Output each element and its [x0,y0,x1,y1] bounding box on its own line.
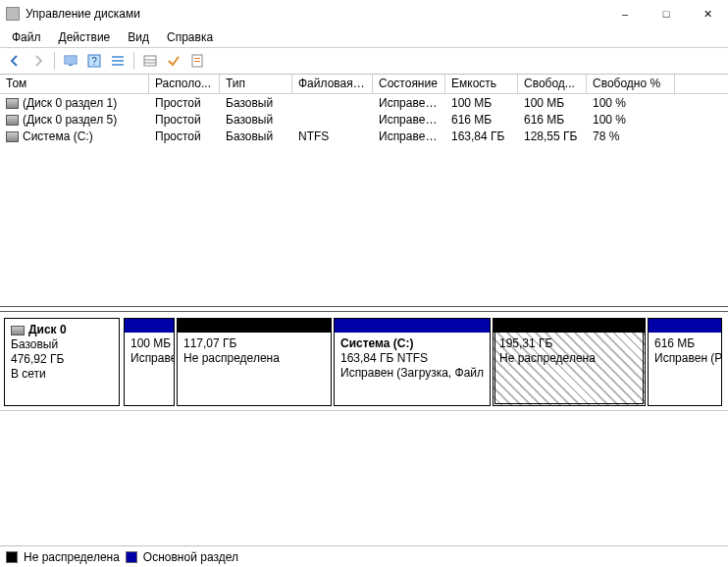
view-bottom-button[interactable] [163,50,184,72]
help-button[interactable]: ? [83,50,105,72]
volume-icon [6,115,19,126]
partition-title: Система (C:) [340,336,414,350]
back-icon [7,53,23,69]
svg-rect-12 [194,58,200,59]
volume-cell: Исправен... [373,96,445,110]
menu-help[interactable]: Справка [159,28,221,46]
volume-cell: 616 МБ [445,113,518,127]
partition[interactable]: 117,07 ГБНе распределена [177,318,332,406]
partition-status: Не распределена [183,351,280,365]
window-buttons: – □ ✕ [604,0,728,27]
volume-cell: 100 % [587,113,675,127]
legend-swatch-unallocated [6,551,18,563]
window-title: Управление дисками [26,7,604,21]
partition-size: 163,84 ГБ NTFS [340,351,428,365]
volume-list-header: Том Располо... Тип Файловая с... Состоян… [0,75,728,94]
volume-cell: NTFS [292,129,373,143]
partitions-container: 100 МБИсправе117,07 ГБНе распределенаСис… [124,318,724,406]
back-button[interactable] [4,50,26,72]
volume-cell: Система (C:) [0,129,149,143]
disk-summary[interactable]: Диск 0 Базовый 476,92 ГБ В сети [4,318,120,406]
volume-cell: Базовый [220,113,292,127]
list-icon [110,53,126,69]
monitor-icon [63,53,78,69]
col-layout[interactable]: Располо... [149,75,220,93]
volume-cell: 163,84 ГБ [445,129,518,143]
volume-row[interactable]: Система (C:)ПростойБазовыйNTFSИсправен..… [0,128,728,144]
col-type[interactable]: Тип [220,75,292,93]
col-freepct[interactable]: Свободно % [587,75,675,93]
volume-cell: 616 МБ [518,113,587,127]
svg-text:?: ? [91,56,97,67]
properties-button[interactable] [186,50,208,72]
legend-label-primary: Основной раздел [143,550,238,564]
partition-size: 195,31 ГБ [499,336,552,350]
partition[interactable]: 616 МБИсправен (Ра [648,318,722,406]
partition-header [494,319,645,333]
col-filesystem[interactable]: Файловая с... [292,75,373,93]
disk-size: 476,92 ГБ [11,352,113,367]
disk-graphical-view: Диск 0 Базовый 476,92 ГБ В сети 100 МБИс… [0,312,728,528]
volume-cell: 100 МБ [445,96,518,110]
volume-row[interactable]: (Диск 0 раздел 5)ПростойБазовыйИсправен.… [0,111,728,128]
maximize-button[interactable]: □ [646,0,687,27]
partition-status: Не распределена [499,351,596,365]
partition-header [335,319,490,333]
disk-name: Диск 0 [28,323,67,336]
volume-rows: (Диск 0 раздел 1)ПростойБазовыйИсправен.… [0,94,728,144]
partition[interactable]: 195,31 ГБНе распределена [493,318,646,406]
col-free[interactable]: Свобод... [518,75,587,93]
disk-type: Базовый [11,337,113,352]
svg-rect-13 [194,61,200,62]
disk-icon [11,326,25,335]
forward-icon [30,53,46,69]
minimize-button[interactable]: – [604,0,646,27]
volume-row[interactable]: (Диск 0 раздел 1)ПростойБазовыйИсправен.… [0,94,728,111]
volume-cell: Исправен... [373,113,445,127]
svg-rect-1 [66,57,76,63]
menu-file[interactable]: Файл [4,28,49,46]
col-capacity[interactable]: Емкость [445,75,518,93]
svg-rect-8 [144,56,156,66]
forward-button[interactable] [27,50,49,72]
partition-status: Исправе [130,351,174,365]
partition-body: 195,31 ГБНе распределена [494,333,645,405]
volume-cell: (Диск 0 раздел 1) [0,96,149,110]
legend-swatch-primary [126,551,137,563]
partition-body: 100 МБИсправе [125,333,174,405]
partition-size: 100 МБ [130,336,171,350]
partition-body: 117,07 ГБНе распределена [178,333,331,405]
partition-status: Исправен (Ра [654,351,721,365]
close-button[interactable]: ✕ [687,0,728,27]
partition[interactable]: Система (C:)163,84 ГБ NTFSИсправен (Загр… [334,318,491,406]
volume-cell: Базовый [220,129,292,143]
volume-cell: 100 МБ [518,96,587,110]
partition-size: 616 МБ [654,336,695,350]
partition[interactable]: 100 МБИсправе [124,318,175,406]
volume-icon [6,98,19,109]
refresh-button[interactable] [60,50,81,72]
volume-cell: Простой [149,129,220,143]
view-top-button[interactable] [139,50,161,72]
legend: Не распределена Основной раздел [0,545,728,567]
volume-cell: 128,55 ГБ [518,129,587,143]
svg-rect-7 [112,64,124,66]
help-icon: ? [86,53,102,69]
svg-rect-5 [112,56,124,58]
title-bar: Управление дисками – □ ✕ [0,0,728,27]
table-icon [142,53,158,69]
toolbar: ? [0,47,728,75]
svg-rect-2 [69,65,73,66]
menu-bar: Файл Действие Вид Справка [0,27,728,47]
app-icon [6,7,20,21]
col-volume[interactable]: Том [0,75,149,93]
properties-icon [189,53,205,69]
col-state[interactable]: Состояние [373,75,445,93]
disk-row: Диск 0 Базовый 476,92 ГБ В сети 100 МБИс… [0,312,728,411]
settings-list-button[interactable] [107,50,129,72]
menu-view[interactable]: Вид [120,28,157,46]
volume-cell: Исправен... [373,129,445,143]
disk-status: В сети [11,367,113,382]
menu-action[interactable]: Действие [51,28,119,46]
svg-rect-6 [112,60,124,62]
